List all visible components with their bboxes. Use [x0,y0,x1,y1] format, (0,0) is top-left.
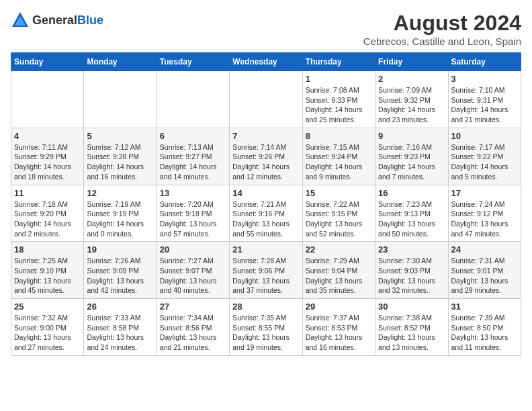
day-cell: 13Sunrise: 7:20 AM Sunset: 9:18 PM Dayli… [157,185,229,242]
weekday-header-monday: Monday [84,53,157,71]
logo-general: General [32,13,77,27]
weekday-header-tuesday: Tuesday [157,53,229,71]
day-cell: 30Sunrise: 7:38 AM Sunset: 8:52 PM Dayli… [375,299,448,356]
day-number: 19 [87,244,153,255]
day-detail: Sunrise: 7:19 AM Sunset: 9:19 PM Dayligh… [87,199,153,239]
day-detail: Sunrise: 7:33 AM Sunset: 8:58 PM Dayligh… [87,313,153,353]
day-number: 24 [451,244,518,255]
day-cell: 20Sunrise: 7:27 AM Sunset: 9:07 PM Dayli… [157,242,229,299]
weekday-header-saturday: Saturday [448,53,521,71]
day-cell: 27Sunrise: 7:34 AM Sunset: 8:56 PM Dayli… [157,299,229,356]
day-number: 1 [306,74,372,84]
day-cell: 24Sunrise: 7:31 AM Sunset: 9:01 PM Dayli… [448,242,521,299]
day-number: 20 [160,244,226,255]
day-cell: 11Sunrise: 7:18 AM Sunset: 9:20 PM Dayli… [11,185,84,242]
day-cell: 10Sunrise: 7:17 AM Sunset: 9:22 PM Dayli… [448,128,521,185]
day-number: 29 [306,302,372,312]
day-number: 2 [378,74,445,84]
day-cell: 12Sunrise: 7:19 AM Sunset: 9:19 PM Dayli… [84,185,157,242]
day-number: 15 [306,188,372,198]
day-number: 21 [232,244,299,255]
day-number: 31 [451,302,518,312]
day-detail: Sunrise: 7:29 AM Sunset: 9:04 PM Dayligh… [306,256,372,295]
day-cell [157,71,229,128]
day-cell [230,71,302,128]
day-cell: 9Sunrise: 7:16 AM Sunset: 9:23 PM Daylig… [375,128,448,185]
day-detail: Sunrise: 7:23 AM Sunset: 9:13 PM Dayligh… [378,199,445,239]
weekday-row: SundayMondayTuesdayWednesdayThursdayFrid… [11,53,521,71]
day-cell: 1Sunrise: 7:08 AM Sunset: 9:33 PM Daylig… [302,71,375,128]
day-number: 12 [87,188,153,198]
day-detail: Sunrise: 7:28 AM Sunset: 9:06 PM Dayligh… [232,256,299,295]
day-cell [84,71,157,128]
day-detail: Sunrise: 7:18 AM Sunset: 9:20 PM Dayligh… [14,199,81,239]
weekday-header-friday: Friday [375,53,448,71]
day-detail: Sunrise: 7:10 AM Sunset: 9:31 PM Dayligh… [451,85,518,125]
day-number: 14 [232,188,299,198]
logo-blue: Blue [77,13,103,27]
day-detail: Sunrise: 7:11 AM Sunset: 9:29 PM Dayligh… [14,142,81,182]
title-area: August 2024 Cebrecos, Castille and Leon,… [363,11,521,47]
day-number: 11 [14,188,81,198]
day-cell: 28Sunrise: 7:35 AM Sunset: 8:55 PM Dayli… [230,299,302,356]
weekday-header-sunday: Sunday [11,53,84,71]
day-number: 16 [378,188,445,198]
day-cell: 16Sunrise: 7:23 AM Sunset: 9:13 PM Dayli… [375,185,448,242]
day-number: 7 [232,131,299,141]
main-title: August 2024 [363,11,521,36]
day-number: 8 [306,131,372,141]
day-detail: Sunrise: 7:17 AM Sunset: 9:22 PM Dayligh… [451,142,518,182]
day-number: 9 [378,131,445,141]
day-number: 18 [14,244,81,255]
day-cell: 29Sunrise: 7:37 AM Sunset: 8:53 PM Dayli… [302,299,375,356]
day-detail: Sunrise: 7:16 AM Sunset: 9:23 PM Dayligh… [378,142,445,182]
day-detail: Sunrise: 7:13 AM Sunset: 9:27 PM Dayligh… [160,142,226,182]
day-number: 26 [87,302,153,312]
week-row-2: 4Sunrise: 7:11 AM Sunset: 9:29 PM Daylig… [11,128,521,185]
day-cell: 22Sunrise: 7:29 AM Sunset: 9:04 PM Dayli… [302,242,375,299]
day-number: 22 [306,244,372,255]
day-cell: 6Sunrise: 7:13 AM Sunset: 9:27 PM Daylig… [157,128,229,185]
day-cell: 25Sunrise: 7:32 AM Sunset: 9:00 PM Dayli… [11,299,84,356]
day-cell: 7Sunrise: 7:14 AM Sunset: 9:26 PM Daylig… [230,128,302,185]
day-detail: Sunrise: 7:27 AM Sunset: 9:07 PM Dayligh… [160,256,226,295]
calendar-body: 1Sunrise: 7:08 AM Sunset: 9:33 PM Daylig… [11,71,521,356]
header: GeneralBlue August 2024 Cebrecos, Castil… [11,11,521,47]
day-detail: Sunrise: 7:09 AM Sunset: 9:32 PM Dayligh… [378,85,445,125]
week-row-4: 18Sunrise: 7:25 AM Sunset: 9:10 PM Dayli… [11,242,521,299]
day-detail: Sunrise: 7:22 AM Sunset: 9:15 PM Dayligh… [306,199,372,239]
weekday-header-wednesday: Wednesday [230,53,302,71]
day-detail: Sunrise: 7:14 AM Sunset: 9:26 PM Dayligh… [232,142,299,182]
day-cell [11,71,84,128]
weekday-header-thursday: Thursday [302,53,375,71]
day-detail: Sunrise: 7:21 AM Sunset: 9:16 PM Dayligh… [232,199,299,239]
day-detail: Sunrise: 7:30 AM Sunset: 9:03 PM Dayligh… [378,256,445,295]
day-cell: 4Sunrise: 7:11 AM Sunset: 9:29 PM Daylig… [11,128,84,185]
day-detail: Sunrise: 7:12 AM Sunset: 9:28 PM Dayligh… [87,142,153,182]
day-number: 30 [378,302,445,312]
day-detail: Sunrise: 7:35 AM Sunset: 8:55 PM Dayligh… [232,313,299,353]
day-number: 6 [160,131,226,141]
day-cell: 2Sunrise: 7:09 AM Sunset: 9:32 PM Daylig… [375,71,448,128]
day-detail: Sunrise: 7:32 AM Sunset: 9:00 PM Dayligh… [14,313,81,353]
day-cell: 3Sunrise: 7:10 AM Sunset: 9:31 PM Daylig… [448,71,521,128]
logo-icon [11,11,30,30]
week-row-5: 25Sunrise: 7:32 AM Sunset: 9:00 PM Dayli… [11,299,521,356]
day-cell: 26Sunrise: 7:33 AM Sunset: 8:58 PM Dayli… [84,299,157,356]
day-detail: Sunrise: 7:34 AM Sunset: 8:56 PM Dayligh… [160,313,226,353]
day-cell: 15Sunrise: 7:22 AM Sunset: 9:15 PM Dayli… [302,185,375,242]
day-number: 17 [451,188,518,198]
day-cell: 17Sunrise: 7:24 AM Sunset: 9:12 PM Dayli… [448,185,521,242]
day-detail: Sunrise: 7:31 AM Sunset: 9:01 PM Dayligh… [451,256,518,295]
day-number: 28 [232,302,299,312]
day-number: 27 [160,302,226,312]
day-detail: Sunrise: 7:25 AM Sunset: 9:10 PM Dayligh… [14,256,81,295]
day-cell: 31Sunrise: 7:39 AM Sunset: 8:50 PM Dayli… [448,299,521,356]
logo-text: GeneralBlue [32,13,103,28]
day-detail: Sunrise: 7:26 AM Sunset: 9:09 PM Dayligh… [87,256,153,295]
day-cell: 5Sunrise: 7:12 AM Sunset: 9:28 PM Daylig… [84,128,157,185]
day-detail: Sunrise: 7:24 AM Sunset: 9:12 PM Dayligh… [451,199,518,239]
week-row-1: 1Sunrise: 7:08 AM Sunset: 9:33 PM Daylig… [11,71,521,128]
calendar-header: SundayMondayTuesdayWednesdayThursdayFrid… [11,53,521,71]
day-number: 10 [451,131,518,141]
